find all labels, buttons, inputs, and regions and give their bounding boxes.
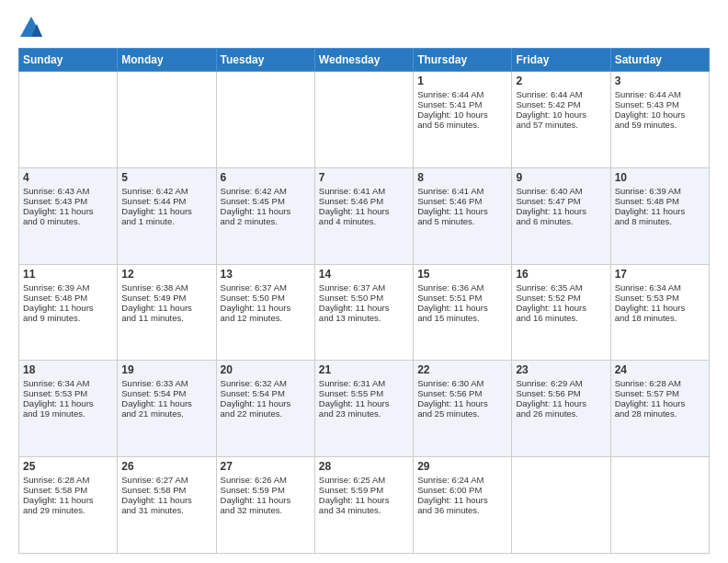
day-info-line: Daylight: 11 hours [121, 303, 211, 313]
calendar-cell [216, 72, 314, 168]
day-info-line: and 9 minutes. [23, 313, 113, 323]
day-number: 21 [319, 363, 409, 376]
calendar-cell: 19Sunrise: 6:33 AMSunset: 5:54 PMDayligh… [118, 361, 216, 457]
day-info-line: Sunset: 5:48 PM [615, 196, 705, 206]
day-info-line: and 36 minutes. [417, 505, 507, 515]
day-info-line: Sunset: 5:50 PM [319, 293, 409, 303]
day-info-line: and 8 minutes. [615, 216, 705, 226]
day-info-line: Sunset: 5:58 PM [121, 485, 211, 495]
col-header-tuesday: Tuesday [216, 49, 314, 72]
calendar-cell: 18Sunrise: 6:34 AMSunset: 5:53 PMDayligh… [19, 361, 118, 457]
day-info-line: Daylight: 11 hours [221, 303, 311, 313]
day-info-line: Daylight: 11 hours [417, 398, 507, 408]
day-info-line: Sunrise: 6:25 AM [319, 475, 409, 485]
day-info-line: and 0 minutes. [23, 216, 113, 226]
day-info-line: Daylight: 11 hours [319, 303, 409, 313]
day-info-line: and 25 minutes. [417, 408, 507, 419]
day-number: 20 [221, 363, 311, 376]
day-info-line: Daylight: 11 hours [121, 398, 211, 408]
day-info-line: Sunset: 5:56 PM [417, 388, 507, 398]
day-info-line: Daylight: 10 hours [615, 109, 705, 120]
col-header-sunday: Sunday [19, 49, 118, 72]
day-info-line: Daylight: 11 hours [121, 495, 211, 505]
day-info-line: and 15 minutes. [417, 313, 507, 323]
day-info-line: and 1 minute. [121, 216, 211, 226]
day-info-line: and 21 minutes. [121, 408, 211, 419]
day-info-line: Sunrise: 6:44 AM [615, 89, 705, 99]
logo-icon [18, 15, 44, 40]
day-info-line: Sunrise: 6:28 AM [23, 475, 113, 485]
day-info-line: and 56 minutes. [417, 120, 507, 130]
day-number: 23 [516, 363, 606, 376]
calendar-cell: 23Sunrise: 6:29 AMSunset: 5:56 PMDayligh… [512, 361, 610, 457]
calendar-cell: 13Sunrise: 6:37 AMSunset: 5:50 PMDayligh… [216, 264, 314, 361]
calendar-cell: 4Sunrise: 6:43 AMSunset: 5:43 PMDaylight… [19, 167, 118, 264]
day-info-line: Sunrise: 6:34 AM [615, 282, 705, 293]
day-info-line: Daylight: 11 hours [615, 206, 705, 216]
day-info-line: Daylight: 11 hours [516, 398, 606, 408]
day-info-line: and 4 minutes. [319, 216, 409, 226]
calendar-cell: 29Sunrise: 6:24 AMSunset: 6:00 PMDayligh… [414, 457, 512, 554]
day-info-line: Sunset: 5:54 PM [221, 388, 311, 398]
day-info-line: Sunrise: 6:24 AM [417, 475, 507, 485]
calendar-cell [118, 72, 216, 168]
day-info-line: Sunset: 5:44 PM [121, 196, 211, 206]
day-info-line: Sunset: 5:43 PM [615, 99, 705, 109]
day-info-line: Sunrise: 6:44 AM [417, 89, 507, 99]
calendar-cell: 16Sunrise: 6:35 AMSunset: 5:52 PMDayligh… [512, 264, 610, 361]
day-info-line: and 19 minutes. [23, 408, 113, 419]
day-info-line: Daylight: 11 hours [417, 206, 507, 216]
day-info-line: Sunset: 5:42 PM [516, 99, 606, 109]
day-info-line: and 16 minutes. [516, 313, 606, 323]
calendar-cell: 28Sunrise: 6:25 AMSunset: 5:59 PMDayligh… [314, 457, 413, 554]
day-info-line: Daylight: 11 hours [23, 398, 113, 408]
calendar-cell: 7Sunrise: 6:41 AMSunset: 5:46 PMDaylight… [314, 167, 413, 264]
day-number: 26 [121, 460, 211, 473]
day-number: 18 [23, 363, 113, 376]
calendar-cell: 10Sunrise: 6:39 AMSunset: 5:48 PMDayligh… [610, 167, 709, 264]
day-info-line: Sunrise: 6:42 AM [121, 186, 211, 196]
day-info-line: Sunrise: 6:38 AM [121, 282, 211, 293]
day-number: 14 [319, 268, 409, 281]
calendar-cell: 11Sunrise: 6:39 AMSunset: 5:48 PMDayligh… [19, 264, 118, 361]
day-number: 13 [221, 268, 311, 281]
day-info-line: Sunrise: 6:32 AM [221, 378, 311, 388]
day-info-line: Daylight: 11 hours [221, 495, 311, 505]
calendar-cell: 14Sunrise: 6:37 AMSunset: 5:50 PMDayligh… [314, 264, 413, 361]
day-info-line: Sunrise: 6:29 AM [516, 378, 606, 388]
day-number: 25 [23, 460, 113, 473]
day-info-line: Daylight: 11 hours [23, 303, 113, 313]
day-number: 24 [615, 363, 705, 376]
day-info-line: Sunrise: 6:31 AM [319, 378, 409, 388]
day-info-line: Daylight: 11 hours [417, 495, 507, 505]
day-info-line: Sunrise: 6:28 AM [615, 378, 705, 388]
day-number: 7 [319, 171, 409, 184]
day-number: 27 [221, 460, 311, 473]
day-number: 1 [417, 75, 507, 87]
calendar-cell: 1Sunrise: 6:44 AMSunset: 5:41 PMDaylight… [414, 72, 512, 168]
calendar-cell: 2Sunrise: 6:44 AMSunset: 5:42 PMDaylight… [512, 72, 610, 168]
day-info-line: Sunset: 5:47 PM [516, 196, 606, 206]
day-number: 28 [319, 460, 409, 473]
day-info-line: Sunrise: 6:43 AM [23, 186, 113, 196]
day-info-line: and 13 minutes. [319, 313, 409, 323]
day-info-line: Sunset: 5:56 PM [516, 388, 606, 398]
day-info-line: Sunset: 5:46 PM [319, 196, 409, 206]
calendar-cell: 27Sunrise: 6:26 AMSunset: 5:59 PMDayligh… [216, 457, 314, 554]
day-info-line: and 28 minutes. [615, 408, 705, 419]
calendar-row: 25Sunrise: 6:28 AMSunset: 5:58 PMDayligh… [19, 457, 710, 554]
day-number: 6 [221, 171, 311, 184]
day-info-line: and 59 minutes. [615, 120, 705, 130]
day-info-line: Daylight: 11 hours [516, 303, 606, 313]
day-info-line: Daylight: 11 hours [221, 206, 311, 216]
day-info-line: Daylight: 10 hours [417, 109, 507, 120]
calendar-cell: 15Sunrise: 6:36 AMSunset: 5:51 PMDayligh… [414, 264, 512, 361]
day-number: 2 [516, 75, 606, 87]
day-info-line: Sunset: 6:00 PM [417, 485, 507, 495]
day-info-line: Sunset: 5:53 PM [615, 293, 705, 303]
day-number: 8 [417, 171, 507, 184]
day-info-line: Daylight: 11 hours [23, 495, 113, 505]
day-info-line: and 32 minutes. [221, 505, 311, 515]
day-info-line: Daylight: 11 hours [319, 206, 409, 216]
day-info-line: Sunrise: 6:37 AM [319, 282, 409, 293]
